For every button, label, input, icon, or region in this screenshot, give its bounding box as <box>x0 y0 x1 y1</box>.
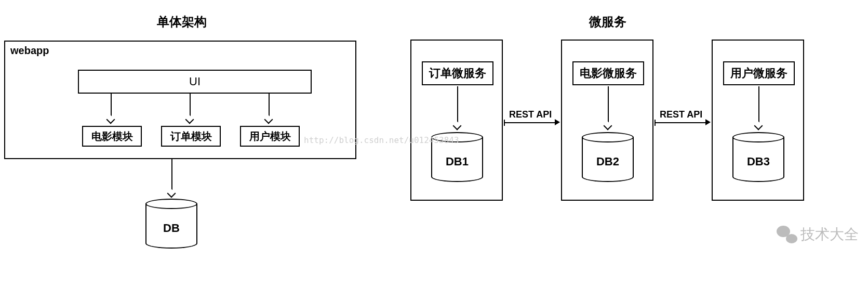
wechat-icon <box>777 226 797 243</box>
arrow-ui-to-order <box>190 94 191 122</box>
microservice-title: 微服务 <box>488 14 727 30</box>
arrow-webapp-to-db <box>171 159 172 196</box>
monolith-title: 单体架构 <box>62 14 301 30</box>
service-user-title: 用户微服务 <box>723 61 795 85</box>
arrow-ui-to-movie <box>111 94 112 122</box>
module-user: 用户模块 <box>240 126 300 147</box>
arrow-user-to-db3 <box>758 86 759 128</box>
arrow-order-to-db1 <box>457 86 458 128</box>
ui-box: UI <box>78 70 312 94</box>
watermark-csdn: http://blog.csdn.net/u012453843 <box>304 135 459 145</box>
arrow-movie-to-db2 <box>608 86 609 128</box>
webapp-label: webapp <box>10 45 49 57</box>
arrow-ui-to-user <box>269 94 270 122</box>
db2-label: DB2 <box>582 155 634 168</box>
module-order: 订单模块 <box>161 126 221 147</box>
db3-label: DB3 <box>732 155 784 168</box>
rest-label-2: REST API <box>660 109 702 120</box>
db3: DB3 <box>732 132 784 182</box>
watermark-wechat: 技术大全 <box>777 225 859 244</box>
microservice-unit-order: 订单微服务 DB1 <box>410 40 503 201</box>
monolith-db-label: DB <box>145 222 197 235</box>
db2: DB2 <box>582 132 634 182</box>
service-movie-title: 电影微服务 <box>572 61 644 85</box>
db1-label: DB1 <box>431 155 483 168</box>
service-order-title: 订单微服务 <box>422 61 493 85</box>
watermark-wechat-text: 技术大全 <box>800 225 859 244</box>
module-movie: 电影模块 <box>82 126 142 147</box>
rest-label-1: REST API <box>509 109 552 120</box>
monolith-db: DB <box>145 199 197 249</box>
microservice-unit-movie: 电影微服务 DB2 <box>561 40 653 201</box>
microservice-unit-user: 用户微服务 DB3 <box>712 40 804 201</box>
